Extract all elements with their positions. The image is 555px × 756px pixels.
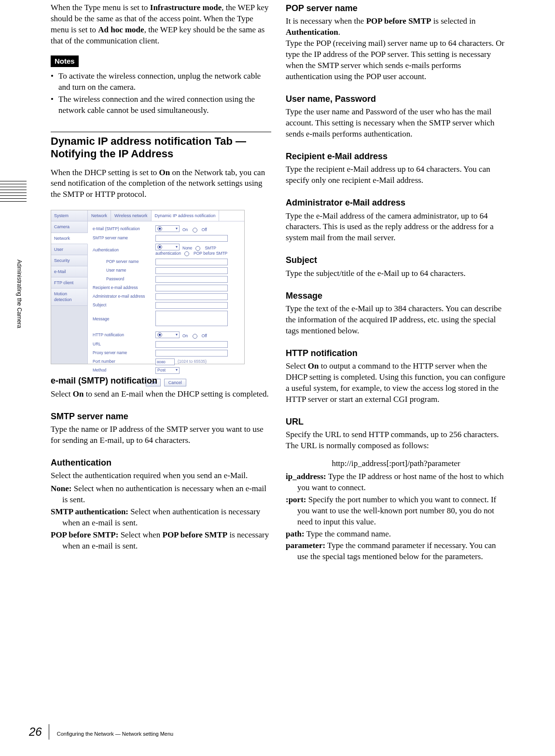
page-footer: 26 Configuring the Network — Network set… (29, 724, 173, 740)
url-definitions: ip_address: Type the IP address or host … (286, 471, 506, 563)
shot-radio-auth-none[interactable] (155, 244, 180, 250)
shot-cancel-button[interactable]: Cancel (164, 379, 186, 386)
def-path: path: Type the command name. (286, 529, 506, 540)
def-parameter: parameter: Type the command parameter if… (286, 540, 506, 563)
shot-label: HTTP notification (93, 332, 155, 338)
smtp-server-paragraph: Type the name or IP address of the SMTP … (51, 424, 271, 446)
shot-label: Recipient e-mail address (93, 285, 155, 290)
def-none: None: Select when no authentication is n… (51, 483, 271, 506)
def-port: :port: Specify the port number to which … (286, 495, 506, 528)
shot-label: Administrator e-mail address (93, 294, 155, 299)
settings-screenshot: System Camera Network User Security e-Ma… (51, 210, 245, 364)
shot-label: Authentication (93, 247, 155, 253)
side-section-label: Administrating the Camera (15, 260, 23, 328)
shot-radio-off[interactable] (193, 227, 199, 233)
def-ip-address: ip_address: Type the IP address or host … (286, 471, 506, 494)
shot-tab[interactable]: Wireless network (111, 210, 152, 221)
shot-radio-auth-smtp[interactable] (195, 246, 202, 251)
shot-radio-on[interactable] (155, 331, 180, 338)
shot-nav-item[interactable]: Camera (51, 221, 88, 233)
shot-label: Message (93, 316, 155, 322)
shot-text-input[interactable] (155, 341, 228, 348)
section-intro: When the DHCP setting is set to On on th… (51, 167, 271, 201)
shot-port-input[interactable]: 8080 (155, 358, 175, 365)
admin-email-heading: Administrator e-Mail address (286, 197, 506, 208)
note-item: The wireless connection and the wired co… (51, 94, 271, 116)
shot-radio-auth-pop[interactable] (184, 251, 191, 256)
shot-form: e-Mail (SMTP) notification On Off SMTP s… (88, 221, 244, 390)
shot-text-input[interactable] (155, 293, 228, 300)
subject-paragraph: Type the subject/title of the e-Mail up … (286, 268, 506, 279)
shot-label: e-Mail (SMTP) notification (93, 226, 155, 232)
left-column: When the Type menu is set to Infrastruct… (51, 2, 271, 564)
shot-text-input[interactable] (155, 276, 228, 283)
pop-server-paragraph: It is necessary when the POP before SMTP… (286, 16, 506, 82)
shot-label: SMTP server name (93, 235, 155, 241)
shot-textarea[interactable] (155, 311, 228, 326)
shot-tab[interactable]: Network (88, 210, 111, 221)
smtp-server-heading: SMTP server name (51, 411, 271, 422)
shot-label: Password (93, 276, 155, 282)
footer-title: Configuring the Network — Network settin… (57, 730, 174, 738)
shot-nav-item[interactable]: User (51, 244, 88, 255)
user-password-heading: User name, Password (286, 93, 506, 105)
shot-tab-active[interactable]: Dynamic IP address notification (152, 210, 220, 221)
recipient-paragraph: Type the recipient e-Mail address up to … (286, 164, 506, 186)
smtp-notification-paragraph: Select On to send an E-mail when the DHC… (51, 389, 271, 400)
side-stripe-decoration (0, 181, 27, 204)
section-heading-block: Dynamic IP address notification Tab — No… (51, 132, 271, 161)
shot-nav-item[interactable]: Security (51, 255, 88, 266)
intro-paragraph: When the Type menu is set to Infrastruct… (51, 2, 271, 47)
shot-nav-item[interactable]: FTP client (51, 277, 88, 289)
shot-text-input[interactable] (155, 302, 228, 309)
subject-heading: Subject (286, 254, 506, 266)
def-smtp-auth: SMTP authentication: Select when authent… (51, 507, 271, 529)
def-pop-before-smtp: POP before SMTP: Select when POP before … (51, 530, 271, 552)
shot-radio-on[interactable] (155, 225, 180, 232)
recipient-heading: Recipient e-Mail address (286, 151, 506, 162)
message-paragraph: Type the text of the e-Mail up to 384 ch… (286, 303, 506, 337)
shot-side-nav: System Camera Network User Security e-Ma… (51, 210, 88, 364)
notes-heading: Notes (51, 55, 79, 67)
shot-nav-item[interactable]: System (51, 210, 88, 221)
shot-nav-item[interactable]: Motion detection (51, 289, 88, 305)
shot-label: URL (93, 342, 155, 347)
shot-text-input[interactable] (155, 267, 228, 274)
message-heading: Message (286, 290, 506, 302)
right-column: POP server name It is necessary when the… (286, 2, 506, 564)
url-example: http://ip_address[:port]/path?parameter (286, 458, 506, 469)
shot-label: User name (93, 268, 155, 273)
shot-label: Port number (93, 359, 155, 364)
shot-label: Method (93, 368, 155, 373)
url-heading: URL (286, 416, 506, 427)
authentication-paragraph: Select the authentication required when … (51, 470, 271, 481)
page-body: When the Type menu is set to Infrastruct… (51, 2, 507, 564)
shot-port-hint: (1024 to 65535) (178, 359, 207, 364)
shot-text-input[interactable] (155, 259, 228, 265)
url-paragraph: Specify the URL to send HTTP commands, u… (286, 429, 506, 452)
shot-text-input[interactable] (155, 285, 228, 291)
authentication-heading: Authentication (51, 457, 271, 468)
shot-nav-item-active[interactable]: Network (51, 233, 88, 244)
shot-method-select[interactable]: Post (155, 367, 180, 374)
authentication-definitions: None: Select when no authentication is n… (51, 483, 271, 552)
section-heading: Dynamic IP address notification Tab — No… (51, 135, 271, 161)
notes-list: To activate the wireless connection, unp… (51, 71, 271, 116)
http-notification-heading: HTTP notification (286, 347, 506, 359)
shot-text-input[interactable] (155, 350, 228, 357)
shot-label: Subject (93, 302, 155, 308)
shot-nav-item[interactable]: e-Mail (51, 266, 88, 277)
page-number: 26 (29, 724, 49, 740)
shot-label: Proxy server name (93, 350, 155, 356)
pop-server-heading: POP server name (286, 2, 506, 14)
admin-email-paragraph: Type the e-Mail address of the camera ad… (286, 211, 506, 244)
note-item: To activate the wireless connection, unp… (51, 71, 271, 93)
shot-tabs: Network Wireless network Dynamic IP addr… (88, 210, 244, 221)
shot-radio-off[interactable] (193, 333, 199, 339)
user-password-paragraph: Type the user name and Password of the u… (286, 107, 506, 140)
http-notification-paragraph: Select On to output a command to the HTT… (286, 361, 506, 405)
shot-text-input[interactable] (155, 235, 228, 242)
shot-label: POP server name (93, 259, 155, 264)
